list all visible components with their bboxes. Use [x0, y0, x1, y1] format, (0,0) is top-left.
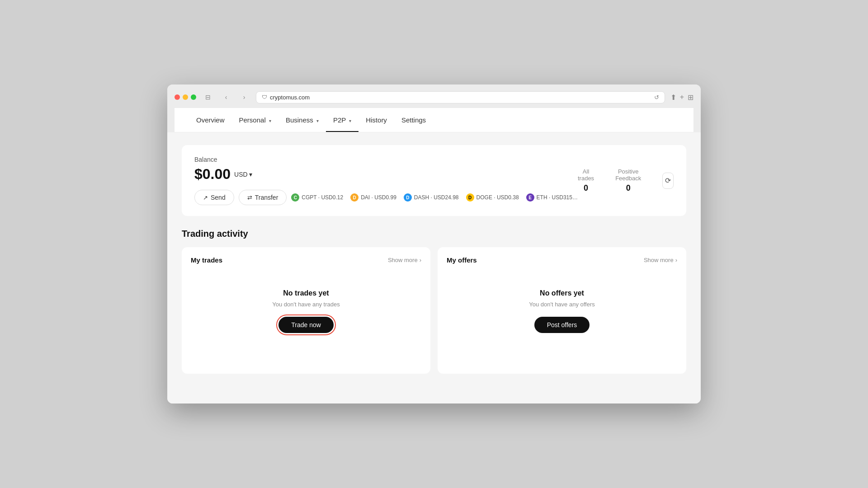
nav-business[interactable]: Business ▾	[278, 108, 326, 132]
balance-amount: $0.00	[194, 166, 231, 183]
no-offers-subtitle: You don't have any offers	[529, 301, 595, 308]
balance-actions: ↗ Send ⇄ Transfer C CGPT · USD0.12	[194, 190, 578, 205]
ticker-item: D DOGE · USD0.38	[466, 193, 519, 202]
chevron-right-icon: ›	[420, 257, 421, 263]
nav-settings[interactable]: Settings	[394, 108, 433, 132]
post-offers-button[interactable]: Post offers	[534, 317, 590, 333]
transfer-icon: ⇄	[247, 194, 252, 201]
browser-actions: ⬆ + ⊞	[670, 93, 693, 102]
chevron-down-icon: ▾	[349, 118, 351, 123]
cgpt-icon: C	[291, 193, 299, 202]
nav-personal[interactable]: Personal ▾	[232, 108, 278, 132]
all-trades-value: 0	[578, 183, 594, 193]
currency-select[interactable]: USD ▾	[234, 171, 252, 178]
my-trades-header: My trades Show more ›	[191, 256, 421, 264]
grid-button[interactable]: ⊞	[688, 93, 693, 102]
share-button[interactable]: ⬆	[670, 93, 676, 102]
my-offers-title: My offers	[447, 256, 477, 264]
ticker-item: E ETH · USD315…	[526, 193, 578, 202]
positive-feedback-value: 0	[612, 183, 644, 193]
refresh-button[interactable]: ⟳	[662, 173, 674, 189]
maximize-button[interactable]	[191, 94, 196, 100]
my-trades-show-more[interactable]: Show more ›	[388, 257, 421, 263]
balance-left: Balance $0.00 USD ▾ ↗ Send	[194, 156, 578, 205]
trading-activity-title: Trading activity	[182, 229, 686, 239]
crypto-ticker: C CGPT · USD0.12 D DAI · USD0.99 D DASH …	[291, 193, 578, 202]
my-offers-show-more[interactable]: Show more ›	[644, 257, 677, 263]
balance-stats: All trades 0 Positive Feedback 0 ⟳	[578, 168, 674, 193]
send-icon: ↗	[203, 194, 208, 201]
no-trades-subtitle: You don't have any trades	[272, 301, 340, 308]
close-button[interactable]	[175, 94, 180, 100]
nav-p2p[interactable]: P2P ▾	[326, 108, 359, 132]
lock-icon: 🛡	[262, 94, 267, 100]
doge-icon: D	[466, 193, 474, 202]
nav-bar: Overview Personal ▾ Business ▾ P2P ▾ His…	[175, 108, 693, 132]
browser-window: ⊟ ‹ › 🛡 cryptomus.com ↺ ⬆ + ⊞ Overview P…	[167, 84, 701, 404]
nav-overview[interactable]: Overview	[189, 108, 232, 132]
new-tab-button[interactable]: +	[680, 93, 684, 102]
my-offers-header: My offers Show more ›	[447, 256, 677, 264]
trading-grid: My trades Show more › No trades yet You …	[182, 247, 686, 374]
balance-card: Balance $0.00 USD ▾ ↗ Send	[182, 145, 686, 216]
chevron-down-icon: ▾	[316, 118, 319, 123]
no-trades-title: No trades yet	[283, 289, 329, 297]
traffic-lights	[175, 94, 196, 100]
chevron-right-icon: ›	[675, 257, 677, 263]
send-button[interactable]: ↗ Send	[194, 190, 234, 205]
my-offers-body: No offers yet You don't have any offers …	[447, 271, 677, 351]
dash-icon: D	[404, 193, 412, 202]
my-trades-body: No trades yet You don't have any trades …	[191, 271, 421, 351]
ticker-item: D DAI · USD0.99	[350, 193, 396, 202]
chevron-down-icon: ▾	[269, 118, 271, 123]
positive-feedback-label: Positive Feedback	[612, 168, 644, 182]
dai-icon: D	[350, 193, 359, 202]
browser-chrome: ⊟ ‹ › 🛡 cryptomus.com ↺ ⬆ + ⊞ Overview P…	[167, 84, 701, 132]
balance-amount-row: $0.00 USD ▾	[194, 166, 578, 183]
balance-label: Balance	[194, 156, 578, 163]
positive-feedback-stat: Positive Feedback 0	[612, 168, 644, 193]
all-trades-stat: All trades 0	[578, 168, 594, 193]
balance-main: Balance $0.00 USD ▾ ↗ Send	[194, 156, 578, 205]
all-trades-label: All trades	[578, 168, 594, 182]
my-offers-card: My offers Show more › No offers yet You …	[438, 247, 686, 374]
ticker-item: C CGPT · USD0.12	[291, 193, 343, 202]
reload-icon: ↺	[654, 94, 659, 101]
minimize-button[interactable]	[183, 94, 188, 100]
url-text: cryptomus.com	[270, 94, 310, 101]
address-bar[interactable]: 🛡 cryptomus.com ↺	[256, 91, 665, 103]
no-offers-title: No offers yet	[540, 289, 584, 297]
my-trades-card: My trades Show more › No trades yet You …	[182, 247, 430, 374]
chevron-down-icon: ▾	[249, 171, 252, 178]
refresh-icon: ⟳	[665, 176, 671, 185]
sidebar-toggle[interactable]: ⊟	[202, 91, 214, 103]
browser-controls: ⊟ ‹ › 🛡 cryptomus.com ↺ ⬆ + ⊞	[175, 91, 693, 103]
eth-icon: E	[526, 193, 534, 202]
nav-history[interactable]: History	[359, 108, 394, 132]
trade-now-button[interactable]: Trade now	[278, 317, 334, 333]
page-content: Balance $0.00 USD ▾ ↗ Send	[167, 132, 701, 404]
my-trades-title: My trades	[191, 256, 222, 264]
back-button[interactable]: ‹	[220, 91, 232, 103]
transfer-button[interactable]: ⇄ Transfer	[239, 190, 287, 205]
ticker-item: D DASH · USD24.98	[404, 193, 459, 202]
forward-button[interactable]: ›	[238, 91, 250, 103]
